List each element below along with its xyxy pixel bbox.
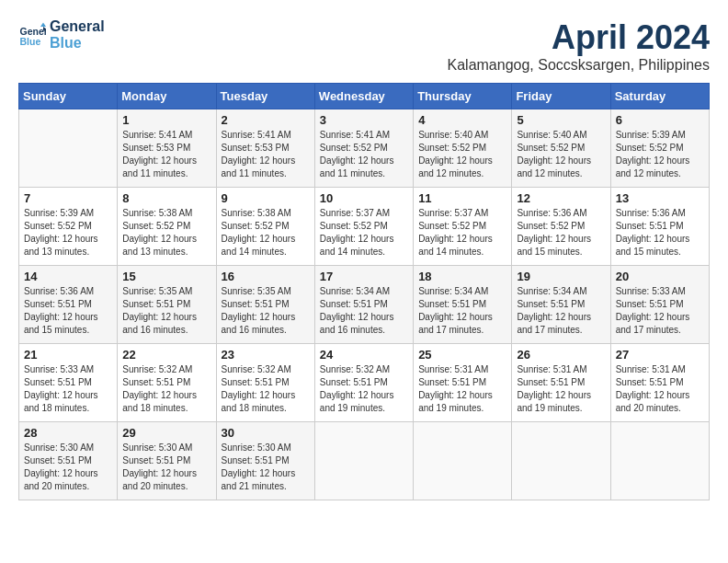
calendar-week-2: 7Sunrise: 5:39 AMSunset: 5:52 PMDaylight… [19, 188, 710, 266]
location-subtitle: Kalamangog, Soccsksargen, Philippines [448, 57, 711, 74]
calendar-week-4: 21Sunrise: 5:33 AMSunset: 5:51 PMDayligh… [19, 344, 710, 422]
day-number: 4 [418, 113, 506, 127]
day-info: Sunrise: 5:30 AMSunset: 5:51 PMDaylight:… [122, 442, 210, 493]
day-info: Sunrise: 5:37 AMSunset: 5:52 PMDaylight:… [320, 207, 408, 259]
calendar-cell: 3Sunrise: 5:41 AMSunset: 5:52 PMDaylight… [314, 109, 413, 188]
calendar-cell [414, 422, 512, 500]
day-info: Sunrise: 5:40 AMSunset: 5:52 PMDaylight:… [517, 129, 605, 180]
day-info: Sunrise: 5:33 AMSunset: 5:51 PMDaylight:… [616, 285, 704, 337]
weekday-header-tuesday: Tuesday [216, 84, 314, 109]
calendar-cell: 6Sunrise: 5:39 AMSunset: 5:52 PMDaylight… [610, 109, 709, 188]
calendar-week-1: 1Sunrise: 5:41 AMSunset: 5:53 PMDaylight… [19, 109, 710, 188]
day-info: Sunrise: 5:31 AMSunset: 5:51 PMDaylight:… [616, 363, 704, 415]
logo: General Blue General Blue [18, 18, 105, 52]
day-info: Sunrise: 5:41 AMSunset: 5:53 PMDaylight:… [122, 129, 210, 180]
calendar-cell: 10Sunrise: 5:37 AMSunset: 5:52 PMDayligh… [314, 188, 413, 266]
day-number: 2 [222, 113, 310, 127]
day-info: Sunrise: 5:32 AMSunset: 5:51 PMDaylight:… [320, 363, 408, 415]
day-info: Sunrise: 5:36 AMSunset: 5:51 PMDaylight:… [24, 285, 112, 337]
day-number: 12 [517, 191, 605, 205]
calendar-cell: 17Sunrise: 5:34 AMSunset: 5:51 PMDayligh… [314, 266, 413, 344]
day-info: Sunrise: 5:34 AMSunset: 5:51 PMDaylight:… [418, 285, 506, 337]
day-number: 21 [24, 348, 112, 362]
day-info: Sunrise: 5:41 AMSunset: 5:53 PMDaylight:… [222, 129, 310, 180]
calendar-cell [314, 422, 413, 500]
calendar-cell: 14Sunrise: 5:36 AMSunset: 5:51 PMDayligh… [19, 266, 118, 344]
day-info: Sunrise: 5:33 AMSunset: 5:51 PMDaylight:… [24, 363, 112, 415]
day-info: Sunrise: 5:39 AMSunset: 5:52 PMDaylight:… [616, 129, 704, 180]
weekday-header-row: SundayMondayTuesdayWednesdayThursdayFrid… [19, 84, 710, 109]
calendar-cell [19, 109, 118, 188]
calendar-table: SundayMondayTuesdayWednesdayThursdayFrid… [18, 83, 710, 500]
day-info: Sunrise: 5:35 AMSunset: 5:51 PMDaylight:… [222, 285, 310, 337]
calendar-cell: 7Sunrise: 5:39 AMSunset: 5:52 PMDaylight… [19, 188, 118, 266]
weekday-header-thursday: Thursday [414, 84, 512, 109]
calendar-cell: 26Sunrise: 5:31 AMSunset: 5:51 PMDayligh… [512, 344, 610, 422]
day-number: 8 [122, 191, 210, 205]
day-info: Sunrise: 5:30 AMSunset: 5:51 PMDaylight:… [222, 442, 310, 493]
day-number: 23 [222, 348, 310, 362]
calendar-cell: 29Sunrise: 5:30 AMSunset: 5:51 PMDayligh… [118, 422, 216, 500]
calendar-cell: 1Sunrise: 5:41 AMSunset: 5:53 PMDaylight… [118, 109, 216, 188]
calendar-cell [610, 422, 709, 500]
calendar-week-3: 14Sunrise: 5:36 AMSunset: 5:51 PMDayligh… [19, 266, 710, 344]
day-number: 11 [418, 191, 506, 205]
calendar-cell: 24Sunrise: 5:32 AMSunset: 5:51 PMDayligh… [314, 344, 413, 422]
calendar-cell: 19Sunrise: 5:34 AMSunset: 5:51 PMDayligh… [512, 266, 610, 344]
weekday-header-sunday: Sunday [19, 84, 118, 109]
calendar-cell: 4Sunrise: 5:40 AMSunset: 5:52 PMDaylight… [414, 109, 512, 188]
calendar-cell: 12Sunrise: 5:36 AMSunset: 5:52 PMDayligh… [512, 188, 610, 266]
day-info: Sunrise: 5:36 AMSunset: 5:52 PMDaylight:… [517, 207, 605, 259]
day-info: Sunrise: 5:32 AMSunset: 5:51 PMDaylight:… [222, 363, 310, 415]
day-number: 20 [616, 270, 704, 283]
calendar-cell: 28Sunrise: 5:30 AMSunset: 5:51 PMDayligh… [19, 422, 118, 500]
day-number: 25 [418, 348, 506, 362]
day-info: Sunrise: 5:34 AMSunset: 5:51 PMDaylight:… [517, 285, 605, 337]
calendar-cell: 11Sunrise: 5:37 AMSunset: 5:52 PMDayligh… [414, 188, 512, 266]
calendar-cell: 15Sunrise: 5:35 AMSunset: 5:51 PMDayligh… [118, 266, 216, 344]
day-number: 15 [122, 270, 210, 283]
day-number: 29 [122, 426, 210, 440]
day-number: 10 [320, 191, 408, 205]
calendar-cell: 5Sunrise: 5:40 AMSunset: 5:52 PMDaylight… [512, 109, 610, 188]
day-number: 17 [320, 270, 408, 283]
day-number: 3 [320, 113, 408, 127]
day-info: Sunrise: 5:36 AMSunset: 5:51 PMDaylight:… [616, 207, 704, 259]
calendar-cell: 22Sunrise: 5:32 AMSunset: 5:51 PMDayligh… [118, 344, 216, 422]
day-number: 6 [616, 113, 704, 127]
day-number: 19 [517, 270, 605, 283]
calendar-cell: 18Sunrise: 5:34 AMSunset: 5:51 PMDayligh… [414, 266, 512, 344]
day-info: Sunrise: 5:32 AMSunset: 5:51 PMDaylight:… [122, 363, 210, 415]
day-info: Sunrise: 5:39 AMSunset: 5:52 PMDaylight:… [24, 207, 112, 259]
day-number: 5 [517, 113, 605, 127]
day-info: Sunrise: 5:30 AMSunset: 5:51 PMDaylight:… [24, 442, 112, 493]
day-info: Sunrise: 5:38 AMSunset: 5:52 PMDaylight:… [122, 207, 210, 259]
day-number: 9 [222, 191, 310, 205]
calendar-cell: 2Sunrise: 5:41 AMSunset: 5:53 PMDaylight… [216, 109, 314, 188]
calendar-cell: 25Sunrise: 5:31 AMSunset: 5:51 PMDayligh… [414, 344, 512, 422]
calendar-cell: 23Sunrise: 5:32 AMSunset: 5:51 PMDayligh… [216, 344, 314, 422]
calendar-cell: 16Sunrise: 5:35 AMSunset: 5:51 PMDayligh… [216, 266, 314, 344]
day-number: 1 [122, 113, 210, 127]
day-number: 26 [517, 348, 605, 362]
svg-text:Blue: Blue [20, 36, 41, 47]
day-info: Sunrise: 5:41 AMSunset: 5:52 PMDaylight:… [320, 129, 408, 180]
logo-blue: Blue [50, 35, 105, 52]
day-info: Sunrise: 5:35 AMSunset: 5:51 PMDaylight:… [122, 285, 210, 337]
day-info: Sunrise: 5:31 AMSunset: 5:51 PMDaylight:… [517, 363, 605, 415]
svg-marker-2 [40, 23, 46, 28]
day-number: 30 [222, 426, 310, 440]
calendar-cell: 13Sunrise: 5:36 AMSunset: 5:51 PMDayligh… [610, 188, 709, 266]
day-number: 18 [418, 270, 506, 283]
weekday-header-friday: Friday [512, 84, 610, 109]
day-number: 14 [24, 270, 112, 283]
calendar-cell: 27Sunrise: 5:31 AMSunset: 5:51 PMDayligh… [610, 344, 709, 422]
day-number: 13 [616, 191, 704, 205]
day-info: Sunrise: 5:37 AMSunset: 5:52 PMDaylight:… [418, 207, 506, 259]
month-year-title: April 2024 [448, 18, 711, 57]
day-number: 7 [24, 191, 112, 205]
weekday-header-monday: Monday [118, 84, 216, 109]
day-info: Sunrise: 5:31 AMSunset: 5:51 PMDaylight:… [418, 363, 506, 415]
calendar-cell: 9Sunrise: 5:38 AMSunset: 5:52 PMDaylight… [216, 188, 314, 266]
calendar-cell: 8Sunrise: 5:38 AMSunset: 5:52 PMDaylight… [118, 188, 216, 266]
